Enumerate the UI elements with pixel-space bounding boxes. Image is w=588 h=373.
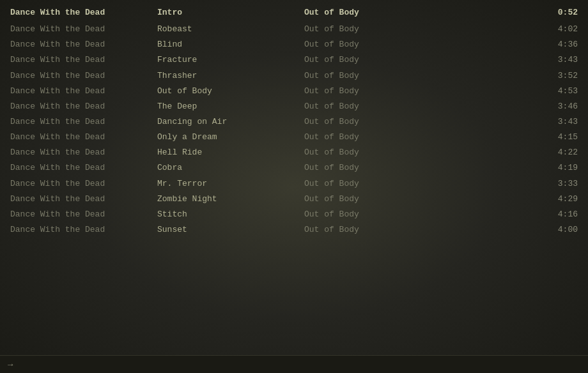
- track-duration: 4:00: [451, 224, 578, 236]
- table-row[interactable]: Dance With the DeadThe DeepOut of Body3:…: [0, 99, 588, 114]
- track-artist: Dance With the Dead: [10, 193, 157, 206]
- track-artist: Dance With the Dead: [10, 146, 157, 159]
- header-artist: Dance With the Dead: [10, 6, 157, 19]
- track-duration: 4:19: [451, 162, 578, 174]
- track-duration: 4:53: [451, 85, 578, 98]
- table-row[interactable]: Dance With the DeadDancing on AirOut of …: [0, 114, 588, 130]
- track-duration: 3:43: [451, 54, 578, 66]
- arrow-icon: →: [8, 360, 13, 370]
- track-title: Sunset: [157, 224, 304, 236]
- track-album: Out of Body: [304, 70, 451, 82]
- table-row[interactable]: Dance With the DeadOut of BodyOut of Bod…: [0, 84, 588, 99]
- track-artist: Dance With the Dead: [10, 208, 157, 221]
- track-album: Out of Body: [304, 146, 451, 159]
- table-row[interactable]: Dance With the DeadMr. TerrorOut of Body…: [0, 176, 588, 192]
- track-artist: Dance With the Dead: [10, 85, 157, 98]
- track-duration: 4:02: [451, 23, 578, 36]
- track-album: Out of Body: [304, 85, 451, 98]
- table-row[interactable]: Dance With the DeadCobraOut of Body4:19: [0, 160, 588, 176]
- track-artist: Dance With the Dead: [10, 70, 157, 82]
- track-artist: Dance With the Dead: [10, 100, 157, 113]
- header-title: Intro: [157, 6, 304, 19]
- track-artist: Dance With the Dead: [10, 131, 157, 144]
- track-list: Dance With the Dead Intro Out of Body 0:…: [0, 0, 588, 243]
- track-title: Thrasher: [157, 70, 304, 82]
- track-album: Out of Body: [304, 38, 451, 51]
- track-album: Out of Body: [304, 131, 451, 144]
- table-header: Dance With the Dead Intro Out of Body 0:…: [0, 5, 588, 20]
- track-duration: 3:43: [451, 116, 578, 128]
- track-duration: 3:46: [451, 100, 578, 113]
- track-title: Only a Dream: [157, 131, 304, 144]
- track-title: Robeast: [157, 23, 304, 36]
- track-duration: 4:15: [451, 131, 578, 144]
- track-artist: Dance With the Dead: [10, 116, 157, 128]
- track-artist: Dance With the Dead: [10, 23, 157, 36]
- track-duration: 4:22: [451, 146, 578, 159]
- table-row[interactable]: Dance With the DeadBlindOut of Body4:36: [0, 37, 588, 52]
- track-artist: Dance With the Dead: [10, 224, 157, 236]
- track-title: Fracture: [157, 54, 304, 66]
- table-row[interactable]: Dance With the DeadStitchOut of Body4:16: [0, 207, 588, 222]
- track-album: Out of Body: [304, 100, 451, 113]
- track-title: The Deep: [157, 100, 304, 113]
- table-row[interactable]: Dance With the DeadRobeastOut of Body4:0…: [0, 22, 588, 37]
- track-album: Out of Body: [304, 23, 451, 36]
- table-row[interactable]: Dance With the DeadThrasherOut of Body3:…: [0, 68, 588, 84]
- track-album: Out of Body: [304, 54, 451, 66]
- track-album: Out of Body: [304, 224, 451, 236]
- table-row[interactable]: Dance With the DeadZombie NightOut of Bo…: [0, 192, 588, 207]
- track-album: Out of Body: [304, 193, 451, 206]
- track-album: Out of Body: [304, 162, 451, 174]
- track-artist: Dance With the Dead: [10, 178, 157, 190]
- track-title: Stitch: [157, 208, 304, 221]
- track-artist: Dance With the Dead: [10, 162, 157, 174]
- track-duration: 3:33: [451, 178, 578, 190]
- track-album: Out of Body: [304, 178, 451, 190]
- track-duration: 4:16: [451, 208, 578, 221]
- header-album: Out of Body: [304, 6, 451, 19]
- table-row[interactable]: Dance With the DeadFractureOut of Body3:…: [0, 52, 588, 68]
- track-title: Mr. Terror: [157, 178, 304, 190]
- track-title: Dancing on Air: [157, 116, 304, 128]
- track-title: Cobra: [157, 162, 304, 174]
- track-artist: Dance With the Dead: [10, 38, 157, 51]
- track-duration: 3:52: [451, 70, 578, 82]
- table-row[interactable]: Dance With the DeadOnly a DreamOut of Bo…: [0, 130, 588, 145]
- table-row[interactable]: Dance With the DeadSunsetOut of Body4:00: [0, 222, 588, 238]
- track-duration: 4:29: [451, 193, 578, 206]
- table-row[interactable]: Dance With the DeadHell RideOut of Body4…: [0, 145, 588, 160]
- bottom-bar: →: [0, 355, 588, 373]
- track-title: Out of Body: [157, 85, 304, 98]
- track-duration: 4:36: [451, 38, 578, 51]
- track-album: Out of Body: [304, 116, 451, 128]
- track-artist: Dance With the Dead: [10, 54, 157, 66]
- track-title: Blind: [157, 38, 304, 51]
- track-title: Zombie Night: [157, 193, 304, 206]
- track-title: Hell Ride: [157, 146, 304, 159]
- header-duration: 0:52: [451, 6, 578, 19]
- track-album: Out of Body: [304, 208, 451, 221]
